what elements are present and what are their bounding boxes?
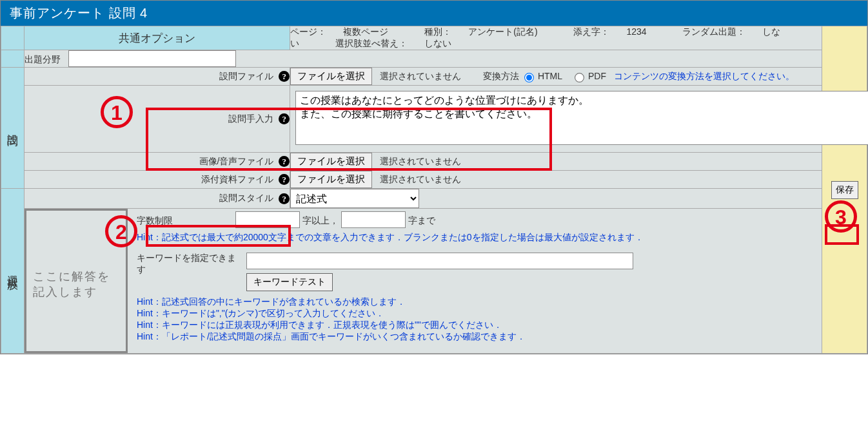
field-label: 出題分野 bbox=[25, 54, 61, 64]
help-icon[interactable]: ? bbox=[279, 113, 290, 124]
char-limit-label: 字数制限 bbox=[137, 215, 173, 225]
convert-help-link[interactable]: コンテンツの変換方法を選択してください。 bbox=[614, 71, 794, 81]
question-file-label: 設問ファイル ? bbox=[25, 68, 290, 86]
question-manual-label: 設問手入力 ? bbox=[25, 86, 290, 153]
char-max-unit: 字まで bbox=[408, 215, 435, 225]
choose-file-button[interactable]: ファイルを選択 bbox=[290, 68, 372, 85]
char-min-unit: 字以上， bbox=[302, 215, 339, 225]
question-style-select[interactable]: 記述式 bbox=[290, 189, 419, 208]
hint-kw2: Hint：キーワードは","(カンマ)で区切って入力してください． bbox=[137, 308, 822, 320]
help-icon[interactable]: ? bbox=[279, 193, 290, 204]
question-style-label: 設問スタイル ? bbox=[25, 189, 290, 209]
attach-file-label: 添付資料ファイル ? bbox=[25, 171, 290, 189]
question-field-row: 出題分野 bbox=[25, 50, 822, 68]
answer-preview-box: ここに解答を記入します bbox=[25, 209, 128, 353]
common-options-values: ページ：複数ページ 種別：アンケート(記名) 添え字：1234 ランダム出題：し… bbox=[290, 26, 822, 50]
spacer bbox=[1, 26, 25, 50]
hint-kw4: Hint：「レポート/記述式問題の採点」画面でキーワードがいくつ含まれているか確… bbox=[137, 331, 822, 343]
convert-html-radio[interactable]: HTML bbox=[522, 71, 562, 81]
page-title: 事前アンケート 設問 4 bbox=[1, 1, 867, 26]
choose-media-button[interactable]: ファイルを選択 bbox=[290, 153, 372, 170]
char-min-input[interactable] bbox=[235, 211, 300, 228]
convert-label: 変換方法 bbox=[483, 71, 519, 81]
choose-attach-button[interactable]: ファイルを選択 bbox=[290, 171, 372, 188]
hint-kw3: Hint：キーワードには正規表現が利用できます．正規表現を使う際は""で囲んでく… bbox=[137, 320, 822, 331]
keyword-test-button[interactable]: キーワードテスト bbox=[246, 273, 333, 291]
convert-pdf-radio[interactable]: PDF bbox=[572, 71, 606, 81]
char-max-input[interactable] bbox=[341, 211, 406, 228]
common-options-heading: 共通オプション bbox=[25, 26, 290, 50]
help-icon[interactable]: ? bbox=[279, 156, 290, 167]
media-file-label: 画像/音声ファイル ? bbox=[25, 153, 290, 171]
side-panel: 保存 bbox=[822, 26, 867, 354]
choices-section-label: 選択肢 bbox=[1, 189, 25, 354]
keyword-input[interactable] bbox=[246, 253, 633, 269]
hint-kw1: Hint：記述式回答の中にキーワードが含まれているか検索します． bbox=[137, 296, 822, 308]
field-input[interactable] bbox=[68, 50, 236, 67]
spacer bbox=[1, 50, 25, 68]
help-icon[interactable]: ? bbox=[279, 71, 290, 82]
file-status: 選択されていません bbox=[380, 71, 461, 81]
media-status: 選択されていません bbox=[380, 156, 461, 166]
save-button[interactable]: 保存 bbox=[831, 181, 858, 199]
hint-charlimit: Hint：記述式では最大で約20000文字までの文章を入力できます．ブランクまた… bbox=[137, 232, 822, 244]
question-textarea[interactable] bbox=[295, 91, 868, 145]
attach-status: 選択されていません bbox=[380, 174, 461, 184]
question-section-label: 設問 bbox=[1, 68, 25, 189]
help-icon[interactable]: ? bbox=[279, 174, 290, 185]
keyword-label: キーワードを指定できます bbox=[137, 253, 240, 276]
